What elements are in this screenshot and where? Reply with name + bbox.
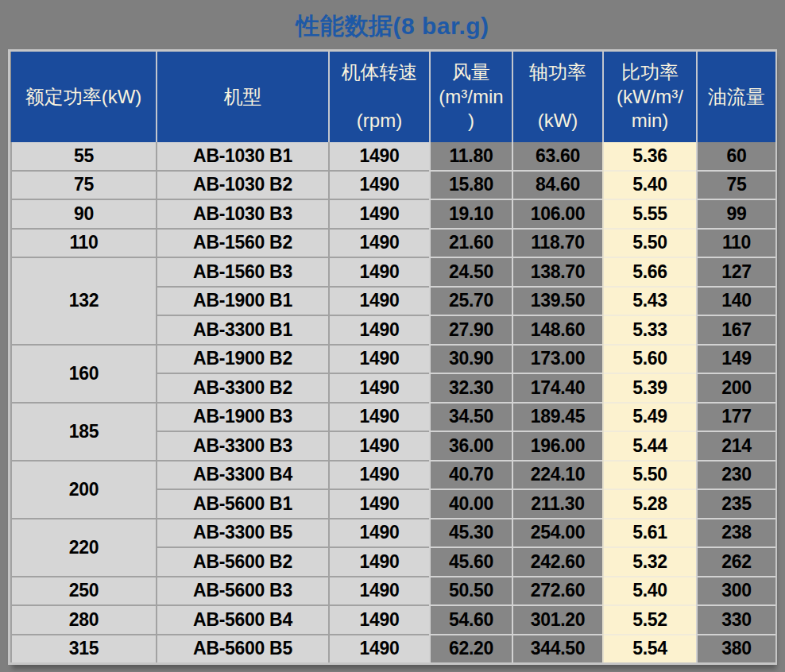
cell-specific-power: 5.40 (603, 577, 697, 606)
cell-model: AB-1560 B2 (157, 229, 329, 258)
cell-rated-power: 132 (11, 257, 157, 345)
cell-rpm: 1490 (329, 577, 430, 606)
cell-rated-power: 200 (11, 461, 157, 519)
cell-specific-power: 5.50 (603, 461, 697, 490)
col-header-specific-power: 比功率 (kW/m³/ min) (603, 52, 697, 142)
cell-oil-flow: 214 (697, 431, 775, 461)
table-row: 55AB-1030 B1149011.8063.605.3660 (11, 142, 775, 171)
table-row: 160AB-1900 B2149030.90173.005.60149 (11, 345, 775, 374)
cell-specific-power: 5.39 (603, 373, 697, 403)
cell-flow: 36.00 (430, 431, 512, 461)
cell-rated-power: 55 (11, 142, 157, 171)
col-header-shaft-power: 轴功率 (kW) (512, 52, 603, 142)
cell-rated-power: 315 (11, 635, 157, 663)
cell-rated-power: 220 (11, 519, 157, 577)
col-header-rated-power: 额定功率(kW) (11, 52, 157, 142)
cell-flow: 11.80 (430, 142, 512, 171)
cell-specific-power: 5.50 (603, 229, 697, 258)
cell-oil-flow: 330 (697, 605, 775, 635)
cell-rpm: 1490 (329, 547, 430, 577)
page-title: 性能数据(8 bar.g) (0, 0, 785, 49)
cell-rpm: 1490 (329, 635, 430, 663)
cell-model: AB-1900 B1 (157, 287, 329, 316)
cell-rpm: 1490 (329, 142, 430, 171)
cell-shaft-power: 63.60 (512, 142, 603, 171)
cell-rated-power: 160 (11, 345, 157, 403)
cell-model: AB-5600 B1 (157, 489, 329, 519)
table: 额定功率(kW) 机型 机体转速 (rpm) 风量 (m³/min ) 轴功率 … (10, 52, 775, 662)
cell-specific-power: 5.54 (603, 635, 697, 663)
cell-flow: 54.60 (430, 605, 512, 635)
cell-flow: 45.60 (430, 547, 512, 577)
cell-rated-power: 280 (11, 605, 157, 635)
cell-flow: 25.70 (430, 287, 512, 316)
cell-model: AB-5600 B3 (157, 577, 329, 606)
cell-specific-power: 5.36 (603, 142, 697, 171)
cell-rpm: 1490 (329, 431, 430, 461)
cell-shaft-power: 224.10 (512, 461, 603, 490)
cell-oil-flow: 149 (697, 345, 775, 374)
cell-shaft-power: 174.40 (512, 373, 603, 403)
cell-shaft-power: 139.50 (512, 287, 603, 316)
cell-specific-power: 5.52 (603, 605, 697, 635)
cell-rpm: 1490 (329, 373, 430, 403)
cell-oil-flow: 200 (697, 373, 775, 403)
cell-specific-power: 5.44 (603, 431, 697, 461)
cell-shaft-power: 106.00 (512, 199, 603, 229)
cell-flow: 50.50 (430, 577, 512, 606)
cell-oil-flow: 99 (697, 199, 775, 229)
cell-specific-power: 5.60 (603, 345, 697, 374)
cell-specific-power: 5.43 (603, 287, 697, 316)
cell-flow: 40.70 (430, 461, 512, 490)
cell-shaft-power: 138.70 (512, 257, 603, 287)
table-row: 132AB-1560 B3149024.50138.705.66127 (11, 257, 775, 287)
header-row: 额定功率(kW) 机型 机体转速 (rpm) 风量 (m³/min ) 轴功率 … (11, 52, 775, 142)
cell-model: AB-3300 B2 (157, 373, 329, 403)
cell-shaft-power: 173.00 (512, 345, 603, 374)
table-row: 280AB-5600 B4149054.60301.205.52330 (11, 605, 775, 635)
cell-model: AB-1900 B3 (157, 403, 329, 432)
cell-shaft-power: 301.20 (512, 605, 603, 635)
cell-shaft-power: 84.60 (512, 171, 603, 200)
cell-shaft-power: 254.00 (512, 519, 603, 548)
table-row: 220AB-3300 B5149045.30254.005.61238 (11, 519, 775, 548)
cell-specific-power: 5.28 (603, 489, 697, 519)
cell-oil-flow: 127 (697, 257, 775, 287)
cell-oil-flow: 238 (697, 519, 775, 548)
cell-oil-flow: 167 (697, 315, 775, 345)
cell-model: AB-3300 B4 (157, 461, 329, 490)
cell-shaft-power: 344.50 (512, 635, 603, 663)
cell-flow: 45.30 (430, 519, 512, 548)
cell-rated-power: 75 (11, 171, 157, 200)
cell-rpm: 1490 (329, 287, 430, 316)
cell-specific-power: 5.32 (603, 547, 697, 577)
cell-flow: 62.20 (430, 635, 512, 663)
cell-oil-flow: 300 (697, 577, 775, 606)
performance-data-table: 额定功率(kW) 机型 机体转速 (rpm) 风量 (m³/min ) 轴功率 … (8, 49, 777, 665)
cell-oil-flow: 140 (697, 287, 775, 316)
cell-rpm: 1490 (329, 489, 430, 519)
cell-model: AB-3300 B1 (157, 315, 329, 345)
cell-specific-power: 5.33 (603, 315, 697, 345)
cell-oil-flow: 380 (697, 635, 775, 663)
cell-oil-flow: 60 (697, 142, 775, 171)
cell-shaft-power: 118.70 (512, 229, 603, 258)
cell-rpm: 1490 (329, 229, 430, 258)
cell-flow: 24.50 (430, 257, 512, 287)
cell-specific-power: 5.61 (603, 519, 697, 548)
table-row: 185AB-1900 B3149034.50189.455.49177 (11, 403, 775, 432)
cell-oil-flow: 235 (697, 489, 775, 519)
cell-rpm: 1490 (329, 345, 430, 374)
cell-rpm: 1490 (329, 171, 430, 200)
cell-oil-flow: 75 (697, 171, 775, 200)
cell-rated-power: 90 (11, 199, 157, 229)
col-header-speed: 机体转速 (rpm) (329, 52, 430, 142)
cell-flow: 27.90 (430, 315, 512, 345)
cell-model: AB-1900 B2 (157, 345, 329, 374)
cell-flow: 34.50 (430, 403, 512, 432)
cell-shaft-power: 196.00 (512, 431, 603, 461)
cell-model: AB-5600 B2 (157, 547, 329, 577)
cell-flow: 19.10 (430, 199, 512, 229)
cell-oil-flow: 262 (697, 547, 775, 577)
cell-shaft-power: 211.30 (512, 489, 603, 519)
